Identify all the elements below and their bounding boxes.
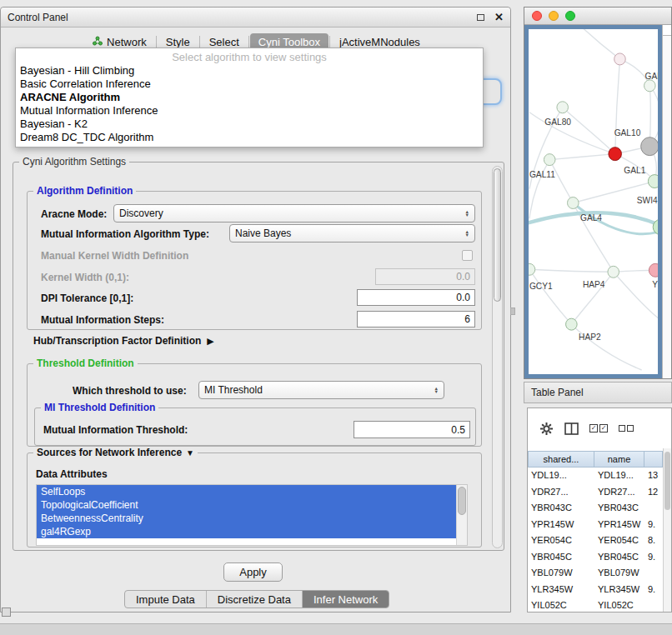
table-cell: YBR043C bbox=[528, 500, 594, 517]
gear-icon[interactable] bbox=[539, 422, 554, 436]
bottom-tab-impute-data[interactable]: Impute Data bbox=[125, 591, 206, 608]
network-node[interactable] bbox=[641, 138, 658, 156]
network-edge[interactable] bbox=[614, 272, 658, 322]
bottom-tab-infer-network[interactable]: Infer Network bbox=[302, 591, 389, 608]
network-node[interactable] bbox=[529, 263, 535, 275]
algorithm-option-mutual-information-inference[interactable]: Mutual Information Inference bbox=[16, 104, 483, 118]
table-panel-title: Table Panel bbox=[531, 387, 584, 398]
hub-tf-label: Hub/Transcription Factor Definition bbox=[33, 335, 201, 347]
table-scrollbar[interactable] bbox=[663, 448, 671, 612]
settings-scrollbar[interactable] bbox=[492, 166, 503, 548]
aracne-mode-combo[interactable]: Discovery ▲▼ bbox=[113, 204, 475, 222]
network-window-titlebar[interactable] bbox=[524, 8, 671, 25]
which-threshold-label: Which threshold to use: bbox=[73, 385, 187, 397]
kernel-width-field[interactable] bbox=[375, 268, 475, 285]
float-window-icon[interactable] bbox=[477, 14, 484, 21]
mi-type-combo[interactable]: Naive Bayes ▲▼ bbox=[229, 224, 475, 242]
cyni-settings-group-title: Cyni Algorithm Settings bbox=[19, 156, 129, 168]
table-row[interactable]: YIL052CYIL052C bbox=[528, 598, 663, 612]
dpi-tolerance-field[interactable] bbox=[357, 289, 475, 306]
table-cell: 9. bbox=[644, 582, 663, 598]
table-cell: YDR27... bbox=[528, 484, 594, 501]
attribute-list-scrollbar-thumb[interactable] bbox=[458, 487, 466, 515]
table-row[interactable]: YDR27...YDR27...12 bbox=[528, 484, 663, 501]
algorithm-option-dream8-dc-tdc-algorithm[interactable]: Dream8 DC_TDC Algorithm bbox=[16, 131, 483, 144]
bottom-tab-discretize-data[interactable]: Discretize Data bbox=[206, 591, 302, 608]
column-header-shared[interactable]: shared... bbox=[528, 451, 594, 468]
zoom-traffic-light-icon[interactable] bbox=[565, 11, 575, 21]
manual-kernel-checkbox[interactable] bbox=[462, 250, 473, 261]
network-node[interactable] bbox=[608, 266, 619, 278]
network-canvas[interactable]: GALGAL80GAL10GAL11GAL1SWI4GAL4GCY1HAP4YH… bbox=[529, 29, 658, 374]
which-threshold-combo[interactable]: MI Threshold ▲▼ bbox=[198, 381, 444, 399]
network-scrollbar[interactable] bbox=[662, 25, 671, 378]
columns-icon[interactable] bbox=[564, 422, 579, 435]
network-node[interactable] bbox=[644, 80, 656, 92]
select-all-rows-icon[interactable]: ✓ ✓ bbox=[589, 424, 608, 432]
table-row[interactable]: YBR043CYBR043C bbox=[528, 500, 663, 517]
sources-group-title[interactable]: Sources for Network Inference ▼ bbox=[33, 447, 198, 458]
table-row[interactable]: YER054CYER054C8. bbox=[528, 532, 663, 549]
settings-scrollbar-thumb[interactable] bbox=[494, 168, 501, 302]
deselect-all-rows-icon[interactable] bbox=[619, 425, 634, 432]
splitter-handle[interactable] bbox=[510, 308, 515, 315]
network-node[interactable] bbox=[648, 175, 658, 188]
network-node[interactable] bbox=[568, 198, 579, 209]
network-edge[interactable] bbox=[529, 269, 571, 324]
minimize-traffic-light-icon[interactable] bbox=[549, 11, 559, 21]
table-cell bbox=[644, 598, 663, 612]
tab-separator bbox=[156, 36, 157, 48]
table-row[interactable]: YLR345WYLR345W9. bbox=[528, 582, 663, 598]
algorithm-option-bayesian-hill-climbing[interactable]: Bayesian - Hill Climbing bbox=[16, 64, 483, 78]
attribute-item-betweennesscentrality[interactable]: BetweennessCentrality bbox=[37, 512, 456, 525]
mi-threshold-group-title: MI Threshold Definition bbox=[41, 402, 158, 413]
mi-threshold-field[interactable] bbox=[354, 421, 470, 438]
attribute-list-scrollbar[interactable] bbox=[456, 485, 467, 545]
attribute-item-topologicalcoefficient[interactable]: TopologicalCoefficient bbox=[37, 498, 456, 512]
table-row[interactable]: YBR045CYBR045C9. bbox=[528, 549, 663, 566]
network-node[interactable] bbox=[614, 53, 626, 65]
sources-title-text: Sources for Network Inference bbox=[37, 447, 182, 458]
network-edge[interactable] bbox=[549, 160, 573, 203]
attribute-item-gal4rgexp[interactable]: gal4RGexp bbox=[37, 525, 456, 538]
network-edge[interactable] bbox=[563, 108, 615, 154]
table-row[interactable]: YDL19...YDL19...13 bbox=[528, 468, 663, 484]
network-edge[interactable] bbox=[549, 154, 614, 160]
network-node[interactable] bbox=[649, 263, 658, 277]
table-cell: YBR045C bbox=[594, 549, 644, 566]
dpi-tolerance-label: DPI Tolerance [0,1]: bbox=[41, 292, 133, 304]
close-icon[interactable]: ✕ bbox=[494, 12, 504, 22]
table-panel-header[interactable]: Table Panel bbox=[524, 382, 672, 403]
network-canvas-svg[interactable]: GALGAL80GAL10GAL11GAL1SWI4GAL4GCY1HAP4YH… bbox=[529, 29, 658, 374]
column-header-name[interactable]: name bbox=[594, 451, 644, 468]
minimized-panel-icon[interactable] bbox=[2, 608, 11, 617]
column-header-2[interactable] bbox=[644, 451, 663, 468]
algorithm-dropdown-placeholder: Select algorithm to view settings bbox=[16, 50, 483, 64]
network-edge[interactable] bbox=[579, 29, 619, 59]
network-scrollbar-button[interactable] bbox=[663, 25, 671, 36]
network-edge[interactable] bbox=[529, 160, 549, 219]
table-row[interactable]: YPR145WYPR145W9. bbox=[528, 517, 663, 533]
algorithm-option-basic-correlation-inference[interactable]: Basic Correlation Inference bbox=[16, 78, 483, 91]
hub-tf-section-toggle[interactable]: Hub/Transcription Factor Definition ▶ bbox=[33, 335, 214, 347]
control-panel-titlebar[interactable]: Control Panel ✕ bbox=[1, 8, 510, 28]
table-cell: YLR345W bbox=[594, 582, 644, 598]
desktop: { "window": { "title": "Control Panel" }… bbox=[0, 0, 672, 635]
network-node[interactable] bbox=[557, 102, 569, 113]
close-traffic-light-icon[interactable] bbox=[532, 11, 542, 21]
algorithm-option-bayesian-k2[interactable]: Bayesian - K2 bbox=[16, 118, 483, 131]
network-node[interactable] bbox=[544, 154, 555, 166]
apply-button[interactable]: Apply bbox=[223, 562, 283, 582]
network-edge[interactable] bbox=[529, 269, 614, 272]
network-edge[interactable] bbox=[615, 59, 620, 154]
algorithm-option-aracne-algorithm[interactable]: ARACNE Algorithm bbox=[16, 91, 483, 104]
table-row[interactable]: YBL079WYBL079W bbox=[528, 565, 663, 582]
table-header-row: shared...name bbox=[528, 451, 663, 468]
network-node[interactable] bbox=[566, 318, 578, 330]
table-cell: 9. bbox=[644, 549, 663, 566]
network-edge[interactable] bbox=[571, 324, 641, 370]
attribute-item-selfloops[interactable]: SelfLoops bbox=[37, 485, 456, 498]
mi-steps-field[interactable] bbox=[357, 311, 475, 328]
network-node[interactable] bbox=[609, 148, 622, 161]
table-scrollbar-thumb[interactable] bbox=[664, 452, 670, 510]
